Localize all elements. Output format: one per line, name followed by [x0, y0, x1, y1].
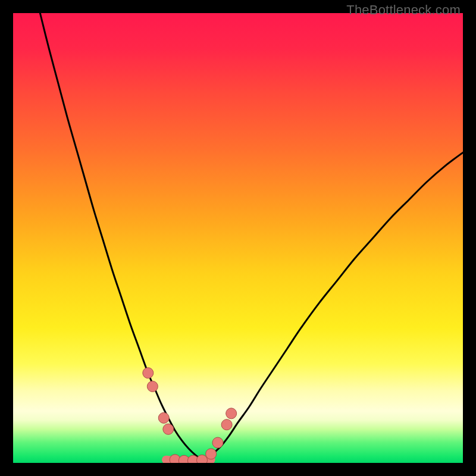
data-marker — [226, 408, 237, 419]
bottleneck-chart — [13, 13, 463, 463]
data-marker — [221, 419, 232, 430]
data-marker — [158, 412, 169, 423]
data-marker — [212, 437, 223, 448]
chart-frame — [13, 13, 463, 463]
watermark-text: TheBottleneck.com — [346, 2, 461, 18]
data-marker — [206, 449, 217, 459]
chart-background — [13, 13, 463, 463]
data-marker — [163, 424, 174, 434]
data-marker — [197, 455, 208, 463]
data-marker — [143, 368, 154, 378]
data-marker — [147, 381, 158, 392]
